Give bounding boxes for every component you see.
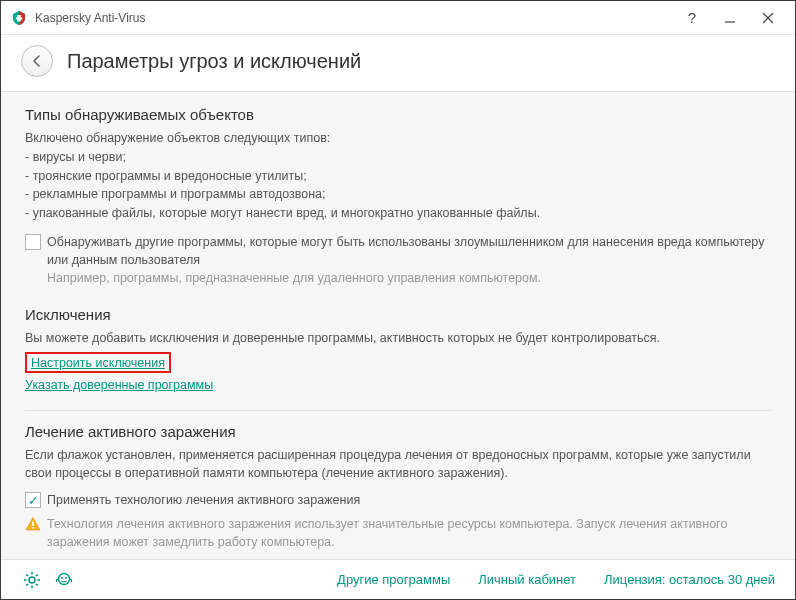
footer-account-link[interactable]: Личный кабинет [478, 572, 576, 587]
cure-checkbox-label: Применять технологию лечения активного з… [47, 491, 360, 509]
intro-text: Включено обнаружение объектов следующих … [25, 129, 771, 148]
cure-warning-text: Технология лечения активного заражения и… [47, 515, 771, 551]
titlebar: Kaspersky Anti-Virus ? [1, 1, 795, 35]
close-button[interactable] [749, 4, 787, 32]
page-title: Параметры угроз и исключений [67, 50, 361, 73]
list-item: - вирусы и черви; [25, 148, 771, 167]
svg-point-7 [29, 577, 35, 583]
svg-line-15 [26, 584, 28, 586]
app-title: Kaspersky Anti-Virus [35, 11, 146, 25]
detect-other-hint: Например, программы, предназначенные для… [25, 269, 771, 288]
footer-license-link[interactable]: Лицензия: осталось 30 дней [604, 572, 775, 587]
minimize-button[interactable] [711, 4, 749, 32]
support-button[interactable] [53, 569, 75, 591]
detect-other-label: Обнаруживать другие программы, которые м… [47, 233, 771, 269]
exclusions-intro: Вы можете добавить исключения и доверенн… [25, 329, 771, 348]
section-heading: Типы обнаруживаемых объектов [25, 106, 771, 123]
help-button[interactable]: ? [673, 4, 711, 32]
svg-rect-6 [32, 527, 34, 529]
configure-exclusions-link[interactable]: Настроить исключения [31, 356, 165, 370]
detect-other-row: Обнаруживать другие программы, которые м… [25, 233, 771, 269]
content-area: Типы обнаруживаемых объектов Включено об… [1, 91, 795, 559]
section-heading: Исключения [25, 306, 771, 323]
section-detected-types: Типы обнаруживаемых объектов Включено об… [25, 106, 771, 288]
page-header: Параметры угроз и исключений [1, 35, 795, 91]
svg-point-18 [65, 577, 67, 579]
list-item: - троянские программы и вредоносные утил… [25, 167, 771, 186]
warning-icon [25, 516, 41, 532]
footer-other-programs-link[interactable]: Другие программы [337, 572, 450, 587]
svg-line-14 [36, 574, 38, 576]
section-exclusions: Исключения Вы можете добавить исключения… [25, 306, 771, 392]
back-button[interactable] [21, 45, 53, 77]
svg-line-13 [36, 584, 38, 586]
svg-rect-5 [32, 522, 34, 527]
trusted-programs-link[interactable]: Указать доверенные программы [25, 378, 213, 392]
svg-point-16 [59, 573, 70, 584]
highlight-box: Настроить исключения [25, 352, 171, 373]
section-cure: Лечение активного заражения Если флажок … [25, 423, 771, 552]
section-heading: Лечение активного заражения [25, 423, 771, 440]
list-item: - рекламные программы и программы автодо… [25, 185, 771, 204]
list-item: - упакованные файлы, которые могут нанес… [25, 204, 771, 223]
svg-point-17 [61, 577, 63, 579]
divider [25, 410, 771, 411]
cure-checkbox[interactable] [25, 492, 41, 508]
svg-rect-1 [16, 17, 22, 19]
app-logo-icon [11, 10, 27, 26]
svg-line-12 [26, 574, 28, 576]
settings-button[interactable] [21, 569, 43, 591]
cure-checkbox-row: Применять технологию лечения активного з… [25, 491, 771, 509]
cure-intro: Если флажок установлен, применяется расш… [25, 446, 771, 484]
footer: Другие программы Личный кабинет Лицензия… [1, 559, 795, 599]
cure-warning-row: Технология лечения активного заражения и… [25, 515, 771, 551]
detect-other-checkbox[interactable] [25, 234, 41, 250]
